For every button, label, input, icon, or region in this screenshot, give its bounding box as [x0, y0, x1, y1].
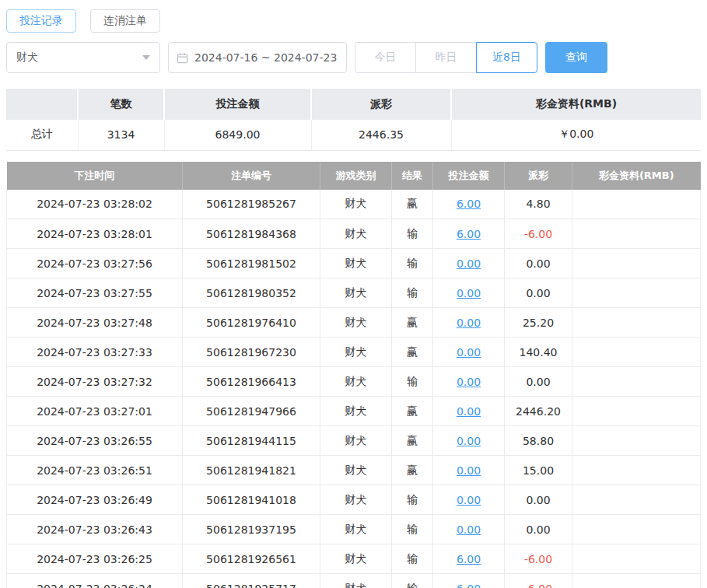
- payout: 0.00: [505, 367, 572, 397]
- result: 赢: [392, 397, 433, 426]
- records-header-row: 下注时间 注单编号 游戏类别 结果 投注金额 派彩 彩金资料(RMB): [7, 162, 701, 190]
- payout: 140.40: [505, 338, 572, 367]
- bet-id: 5061281981502: [183, 249, 320, 278]
- table-row: 2024-07-23 03:26:435061281937195财犬输0.000…: [7, 515, 701, 544]
- bet-id: 5061281944115: [183, 426, 320, 456]
- bet-amount-link[interactable]: 0.00: [457, 346, 481, 359]
- bet-amount-link[interactable]: 0.00: [457, 494, 481, 506]
- payout: 58.80: [505, 426, 572, 456]
- summary-bonus: ￥0.00: [451, 120, 701, 150]
- yesterday-button[interactable]: 昨日: [415, 42, 477, 73]
- bonus: [572, 544, 701, 574]
- game-type: 财犬: [320, 515, 392, 544]
- game-type: 财犬: [320, 426, 392, 456]
- game-type: 财犬: [320, 544, 392, 574]
- result: 赢: [392, 456, 433, 485]
- bet-amount-link[interactable]: 0.00: [457, 257, 481, 270]
- summary-header-bonus: 彩金资料(RMB): [451, 89, 701, 120]
- bonus: [572, 338, 701, 367]
- bonus: [572, 190, 701, 219]
- bonus: [572, 485, 701, 515]
- bet-id: 5061281926561: [183, 544, 320, 574]
- summary-table: 笔数 投注金额 派彩 彩金资料(RMB) 总计 3134 6849.00 244…: [6, 89, 701, 151]
- bet-id: 5061281966413: [183, 367, 320, 397]
- game-select[interactable]: 财犬: [6, 42, 160, 73]
- table-row: 2024-07-23 03:26:555061281944115财犬赢0.005…: [7, 426, 701, 456]
- table-row: 2024-07-23 03:26:495061281941018财犬输0.000…: [7, 485, 701, 515]
- summary-bet-amount: 6849.00: [164, 120, 311, 150]
- payout: 25.20: [505, 308, 572, 338]
- payout: 4.80: [505, 190, 572, 219]
- bet-amount-cell: 0.00: [433, 426, 505, 456]
- table-row: 2024-07-23 03:27:485061281976410财犬赢0.002…: [7, 308, 701, 338]
- game-type: 财犬: [320, 338, 392, 367]
- bonus: [572, 278, 701, 308]
- bet-time: 2024-07-23 03:27:55: [7, 278, 183, 308]
- bet-amount-cell: 0.00: [433, 397, 505, 426]
- bet-amount-cell: 0.00: [433, 338, 505, 367]
- result: 输: [392, 249, 433, 278]
- table-row: 2024-07-23 03:27:335061281967230财犬赢0.001…: [7, 338, 701, 367]
- date-range-picker[interactable]: 2024-07-16 ~ 2024-07-23: [168, 42, 347, 73]
- bet-amount-link[interactable]: 6.00: [457, 228, 481, 240]
- payout: 0.00: [505, 485, 572, 515]
- bet-amount-cell: 0.00: [433, 278, 505, 308]
- bet-id: 5061281941018: [183, 485, 320, 515]
- bet-time: 2024-07-23 03:26:43: [7, 515, 183, 544]
- game-type: 财犬: [320, 485, 392, 515]
- bet-amount-link[interactable]: 6.00: [457, 553, 481, 565]
- last-8-days-button[interactable]: 近8日: [476, 42, 537, 73]
- bet-amount-cell: 6.00: [433, 219, 505, 249]
- header-bet-amount: 投注金额: [433, 162, 505, 190]
- bonus: [572, 249, 701, 278]
- summary-payout: 2446.35: [311, 120, 451, 150]
- bet-amount-link[interactable]: 0.00: [457, 523, 481, 536]
- tab-betting-records[interactable]: 投注记录: [6, 9, 76, 33]
- bet-amount-cell: 0.00: [433, 249, 505, 278]
- bonus: [572, 426, 701, 456]
- bet-amount-link[interactable]: 6.00: [457, 198, 481, 210]
- bonus: [572, 515, 701, 544]
- bet-amount-link[interactable]: 6.00: [457, 583, 481, 588]
- bet-time: 2024-07-23 03:28:01: [7, 219, 183, 249]
- bet-amount-cell: 0.00: [433, 367, 505, 397]
- bonus: [572, 397, 701, 426]
- bet-amount-link[interactable]: 0.00: [457, 405, 481, 418]
- chevron-down-icon: [142, 55, 150, 60]
- table-row: 2024-07-23 03:27:015061281947966财犬赢0.002…: [7, 397, 701, 426]
- summary-header-bet-amount: 投注金额: [164, 89, 311, 120]
- payout: -6.00: [505, 574, 572, 588]
- table-row: 2024-07-23 03:28:025061281985267财犬赢6.004…: [7, 190, 701, 219]
- bet-amount-link[interactable]: 0.00: [457, 287, 481, 299]
- bet-amount-cell: 0.00: [433, 308, 505, 338]
- bet-amount-link[interactable]: 0.00: [457, 376, 481, 388]
- bet-amount-cell: 6.00: [433, 190, 505, 219]
- bet-amount-link[interactable]: 0.00: [457, 435, 481, 447]
- result: 输: [392, 485, 433, 515]
- bet-amount-link[interactable]: 0.00: [457, 464, 481, 477]
- summary-total-label: 总计: [6, 120, 78, 150]
- bet-amount-cell: 0.00: [433, 456, 505, 485]
- bet-id: 5061281937195: [183, 515, 320, 544]
- query-button[interactable]: 查询: [545, 42, 607, 73]
- table-row: 2024-07-23 03:28:015061281984368财犬输6.00-…: [7, 219, 701, 249]
- betting-records-page: 投注记录 连消注单 财犬 2024-07-16 ~ 2024-07-23 今日 …: [0, 0, 707, 588]
- tabs-row: 投注记录 连消注单: [6, 9, 701, 33]
- records-table-body: 2024-07-23 03:28:025061281985267财犬赢6.004…: [7, 190, 701, 588]
- bet-time: 2024-07-23 03:26:51: [7, 456, 183, 485]
- payout: 15.00: [505, 456, 572, 485]
- records-table: 下注时间 注单编号 游戏类别 结果 投注金额 派彩 彩金资料(RMB) 2024…: [6, 162, 701, 588]
- bonus: [572, 456, 701, 485]
- payout: -6.00: [505, 544, 572, 574]
- payout: 0.00: [505, 249, 572, 278]
- tab-chained-bets[interactable]: 连消注单: [90, 9, 160, 33]
- result: 输: [392, 278, 433, 308]
- bet-amount-link[interactable]: 0.00: [457, 317, 481, 329]
- header-bet-time: 下注时间: [7, 162, 183, 190]
- today-button[interactable]: 今日: [355, 42, 416, 73]
- result: 输: [392, 574, 433, 588]
- game-type: 财犬: [320, 249, 392, 278]
- bet-id: 5061281967230: [183, 338, 320, 367]
- date-range-value: 2024-07-16 ~ 2024-07-23: [194, 51, 337, 64]
- summary-total-row: 总计 3134 6849.00 2446.35 ￥0.00: [6, 120, 701, 150]
